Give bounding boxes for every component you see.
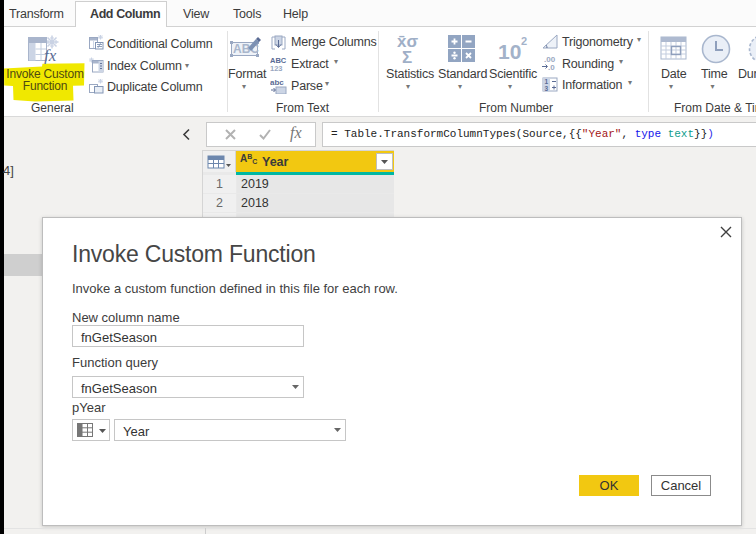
svg-text:2: 2 (521, 35, 527, 47)
svg-text:123: 123 (270, 64, 283, 72)
svg-text:.0: .0 (548, 63, 555, 71)
svg-text:abc: abc (270, 78, 284, 87)
svg-text:10: 10 (498, 40, 521, 62)
svg-text:3: 3 (545, 85, 549, 92)
svg-text:fx: fx (44, 46, 57, 64)
svg-text:Σ: Σ (402, 48, 412, 64)
